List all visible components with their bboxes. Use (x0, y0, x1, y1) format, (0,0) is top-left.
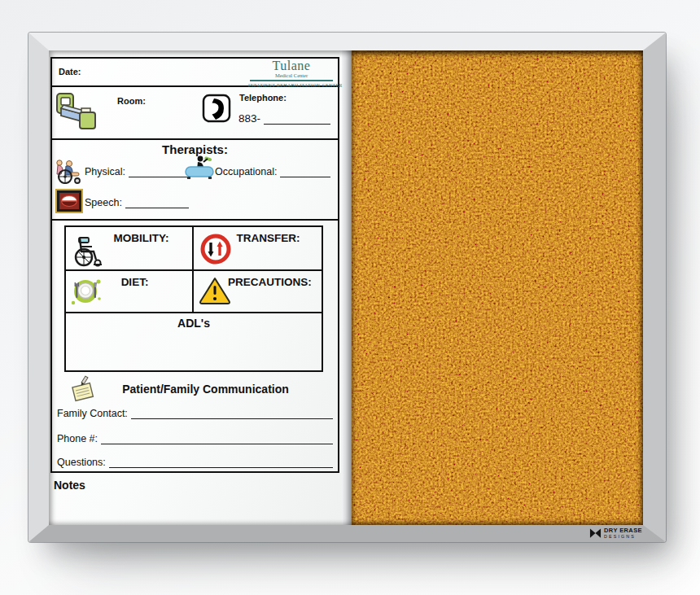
aluminum-frame: Date: Tulane Medical Center INPATIENT RE… (28, 33, 666, 542)
communication-heading: Patient/Family Communication (55, 383, 335, 396)
room-label: Room: (117, 96, 146, 106)
therapists-heading: Therapists: (52, 140, 338, 156)
bed-icon (55, 92, 98, 131)
family-contact-write-line (131, 408, 333, 419)
date-label: Date: (59, 67, 81, 77)
physical-therapy-wheelchair-icon (54, 157, 85, 184)
diet-cell: DIET: (66, 271, 194, 313)
cork-board-panel (352, 50, 643, 525)
physical-label: Physical: (85, 166, 125, 177)
questions-write-line (109, 457, 333, 468)
questions-field: Questions: (55, 457, 335, 468)
date-row: Date: Tulane Medical Center INPATIENT RE… (52, 59, 338, 87)
telephone-icon (202, 94, 231, 123)
occupational-therapy-bathtub-icon (184, 155, 215, 180)
cork-texture (352, 50, 643, 525)
brand-line2: DESIGNS (604, 535, 642, 539)
family-contact-label: Family Contact: (57, 408, 128, 419)
warning-triangle-icon (199, 276, 231, 305)
dry-erase-panel: Date: Tulane Medical Center INPATIENT RE… (49, 50, 342, 525)
diet-plate-icon (69, 276, 103, 307)
precautions-cell: PRECAUTIONS: (194, 271, 322, 313)
family-contact-field: Family Contact: (55, 408, 335, 419)
logo-subtitle: Medical Center (248, 73, 335, 79)
notes-label: Notes (54, 479, 85, 492)
transfer-sign-icon (199, 233, 232, 265)
mobility-wheelchair-icon (71, 235, 105, 268)
care-grid-table: MOBILITY: (64, 225, 323, 372)
therapists-section: Therapists: (52, 140, 338, 221)
telephone-prefix: 883- (238, 112, 260, 125)
telephone-number-field: 883- (238, 112, 330, 125)
speech-field: Speech: (85, 197, 189, 208)
care-grid-section: MOBILITY: (52, 221, 338, 372)
telephone-label: Telephone: (239, 93, 287, 103)
logo-name: Tulane (248, 59, 335, 73)
occupational-label: Occupational: (215, 166, 277, 177)
phone-number-field: Phone #: (55, 433, 335, 444)
mobility-cell: MOBILITY: (66, 227, 194, 271)
transfer-cell: TRANSFER: (194, 227, 322, 271)
brand-line1: DRY ERASE (604, 527, 642, 534)
speech-therapy-mouth-icon (55, 189, 83, 213)
patient-info-template: Date: Tulane Medical Center INPATIENT RE… (50, 57, 339, 473)
occupational-write-line (280, 166, 330, 177)
adls-cell: ADL's (66, 313, 322, 370)
occupational-field: Occupational: (215, 166, 330, 177)
speech-label: Speech: (85, 197, 122, 208)
telephone-write-line (264, 113, 330, 125)
tulane-medical-center-logo: Tulane Medical Center INPATIENT REHABILI… (248, 59, 335, 88)
questions-label: Questions: (57, 457, 106, 468)
phone-write-line (101, 433, 333, 444)
phone-number-label: Phone #: (57, 433, 98, 444)
panel-divider (342, 50, 352, 525)
physical-field: Physical: (85, 166, 189, 177)
communication-section: Patient/Family Communication Family Cont… (52, 372, 338, 471)
physical-write-line (129, 166, 189, 177)
dry-erase-designs-logo: DRY ERASE DESIGNS (589, 527, 642, 540)
product-photo-stage: Date: Tulane Medical Center INPATIENT RE… (0, 0, 700, 595)
dry-erase-designs-glyph-icon (589, 528, 602, 538)
combo-whiteboard-corkboard: Date: Tulane Medical Center INPATIENT RE… (28, 33, 666, 542)
room-telephone-row: Room: Telephone: 883- (52, 87, 338, 140)
logo-rule (250, 80, 333, 81)
speech-write-line (125, 197, 189, 208)
adls-label: ADL's (177, 313, 210, 330)
